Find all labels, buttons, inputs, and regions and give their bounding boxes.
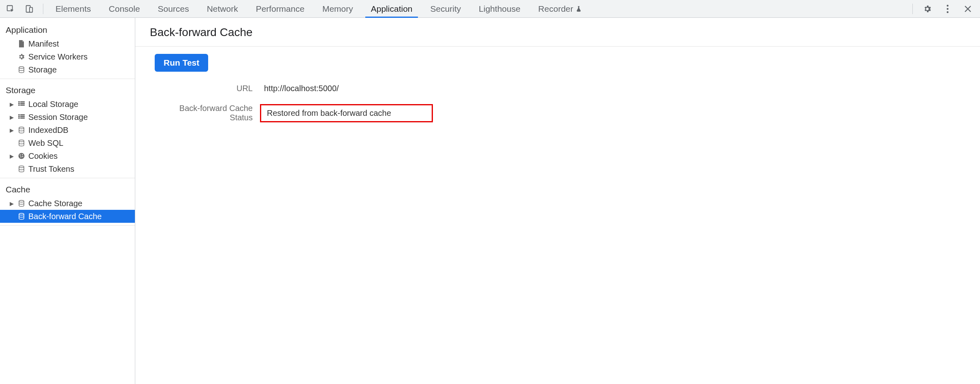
devtools-topbar: Elements Console Sources Network Perform… [0, 0, 980, 18]
svg-point-5 [947, 11, 949, 13]
section-title-storage: Storage [0, 82, 135, 98]
tab-lighthouse[interactable]: Lighthouse [470, 0, 529, 17]
topbar-divider [43, 4, 43, 14]
sidebar-item-manifest[interactable]: Manifest [0, 37, 135, 50]
settings-icon[interactable] [919, 1, 935, 17]
topbar-left [2, 1, 41, 17]
sidebar-item-label: Storage [28, 65, 57, 75]
svg-rect-7 [18, 101, 20, 102]
database-icon [17, 126, 26, 134]
chevron-right-icon: ▸ [9, 151, 15, 161]
svg-point-27 [19, 201, 24, 203]
tab-label: Network [207, 4, 238, 14]
svg-rect-10 [20, 103, 25, 104]
svg-point-23 [22, 154, 23, 155]
svg-point-4 [947, 8, 949, 10]
svg-point-26 [19, 166, 24, 168]
svg-rect-15 [18, 116, 20, 117]
section-title-cache: Cache [0, 181, 135, 197]
tab-memory[interactable]: Memory [313, 0, 362, 17]
tab-label: Console [109, 4, 140, 14]
sidebar-item-label: Manifest [28, 39, 59, 49]
kv-table: URL http://localhost:5000/ Back-forward … [155, 82, 980, 122]
sidebar-item-label: Back-forward Cache [28, 212, 102, 221]
tab-label: Performance [256, 4, 305, 14]
kv-row-bfcache-status: Back-forward Cache Status Restored from … [155, 104, 980, 122]
topbar-divider [912, 4, 913, 14]
sidebar-item-web-sql[interactable]: Web SQL [0, 137, 135, 149]
tab-label: Lighthouse [479, 4, 520, 14]
tab-console[interactable]: Console [100, 0, 149, 17]
run-test-button[interactable]: Run Test [155, 54, 208, 72]
sidebar-item-label: Web SQL [28, 139, 63, 148]
application-sidebar: Application Manifest Service Workers Sto… [0, 18, 135, 384]
sidebar-item-label: Session Storage [28, 113, 88, 122]
grid-icon [17, 101, 26, 107]
svg-point-28 [19, 213, 24, 215]
close-icon[interactable] [960, 1, 976, 17]
page-title: Back-forward Cache [135, 18, 980, 47]
svg-point-19 [19, 127, 24, 129]
flask-icon [575, 5, 582, 13]
tab-label: Sources [158, 4, 189, 14]
tab-label: Memory [322, 4, 353, 14]
tab-label: Elements [55, 4, 91, 14]
database-icon [17, 213, 26, 220]
sidebar-item-label: Service Workers [28, 52, 87, 62]
tab-label: Recorder [538, 4, 573, 14]
file-icon [17, 40, 26, 47]
content-pane: Back-forward Cache Run Test URL http://l… [135, 18, 980, 384]
section-title-application: Application [0, 22, 135, 37]
sidebar-item-cache-storage[interactable]: ▸ Cache Storage [0, 197, 135, 210]
svg-rect-18 [20, 117, 25, 119]
section-divider [0, 79, 135, 79]
sidebar-item-indexeddb[interactable]: ▸ IndexedDB [0, 124, 135, 137]
more-icon[interactable] [940, 1, 956, 17]
tab-network[interactable]: Network [198, 0, 247, 17]
kv-value-bfcache-status: Restored from back-forward cache [260, 104, 433, 122]
svg-point-20 [19, 140, 24, 142]
sidebar-item-cookies[interactable]: ▸ Cookies [0, 149, 135, 162]
svg-rect-14 [20, 114, 25, 115]
tab-label: Security [430, 4, 461, 14]
sidebar-item-local-storage[interactable]: ▸ Local Storage [0, 98, 135, 111]
devtools-tabs: Elements Console Sources Network Perform… [47, 0, 591, 17]
svg-point-21 [19, 153, 25, 159]
kv-label: URL [155, 84, 260, 93]
svg-rect-12 [20, 105, 25, 106]
svg-rect-8 [20, 101, 25, 102]
database-icon [17, 165, 26, 173]
inspect-element-icon[interactable] [2, 1, 19, 17]
cookie-icon [17, 152, 26, 160]
tab-performance[interactable]: Performance [247, 0, 313, 17]
chevron-right-icon: ▸ [9, 125, 15, 135]
sidebar-item-label: Local Storage [28, 100, 78, 109]
sidebar-item-trust-tokens[interactable]: Trust Tokens [0, 162, 135, 175]
sidebar-item-storage[interactable]: Storage [0, 63, 135, 76]
sidebar-item-label: IndexedDB [28, 126, 68, 135]
database-icon [17, 139, 26, 147]
tab-security[interactable]: Security [421, 0, 470, 17]
main-split: Application Manifest Service Workers Sto… [0, 18, 980, 384]
tab-recorder[interactable]: Recorder [529, 0, 591, 17]
tab-sources[interactable]: Sources [149, 0, 198, 17]
device-toolbar-icon[interactable] [21, 1, 37, 17]
sidebar-item-label: Trust Tokens [28, 164, 74, 174]
chevron-right-icon: ▸ [9, 99, 15, 109]
svg-point-25 [22, 156, 23, 157]
sidebar-item-label: Cookies [28, 151, 58, 161]
sidebar-item-back-forward-cache[interactable]: Back-forward Cache [0, 210, 135, 223]
svg-point-22 [20, 155, 21, 156]
sidebar-item-session-storage[interactable]: ▸ Session Storage [0, 111, 135, 124]
kv-label: Back-forward Cache Status [155, 104, 260, 122]
tab-elements[interactable]: Elements [47, 0, 100, 17]
svg-rect-16 [20, 116, 25, 117]
database-icon [17, 200, 26, 207]
tab-application[interactable]: Application [362, 0, 422, 17]
section-divider [0, 178, 135, 178]
sidebar-item-service-workers[interactable]: Service Workers [0, 50, 135, 63]
database-icon [17, 66, 26, 73]
svg-rect-11 [18, 105, 20, 106]
content-body: Run Test URL http://localhost:5000/ Back… [135, 47, 980, 122]
svg-rect-9 [18, 103, 20, 104]
